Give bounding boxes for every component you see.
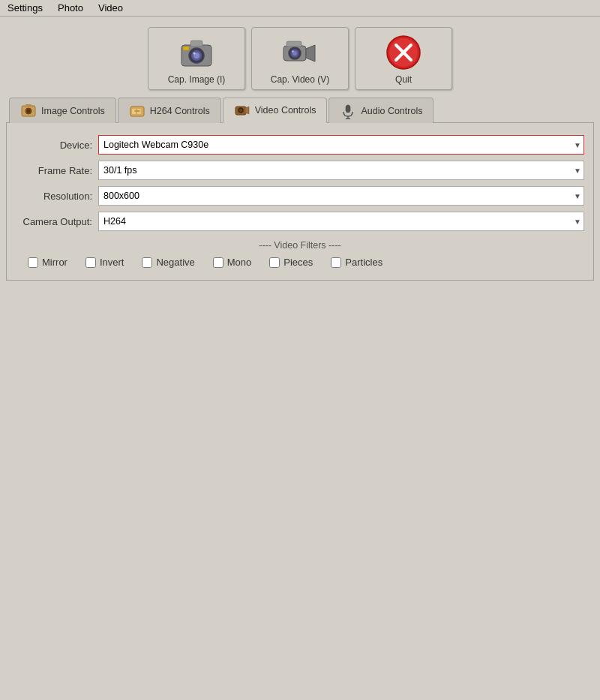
mirror-checkbox[interactable] (28, 257, 38, 268)
tab-audio-controls-label: Audio Controls (361, 106, 422, 116)
invert-label[interactable]: Invert (100, 257, 124, 268)
invert-checkbox[interactable] (86, 257, 96, 268)
svg-rect-21 (26, 104, 32, 107)
filter-mono[interactable]: Mono (213, 257, 252, 268)
resolution-row: Resolution: 800x600 640x480 1280x720 ▼ (16, 186, 584, 206)
device-select-wrapper: Logitech Webcam C930e ▼ (98, 135, 584, 155)
menu-photo[interactable]: Photo (53, 2, 88, 14)
menubar: Settings Photo Video (0, 0, 600, 17)
svg-rect-6 (183, 47, 189, 50)
tab-h264-controls-label: H264 Controls (150, 106, 210, 116)
content-panel: Device: Logitech Webcam C930e ▼ Frame Ra… (6, 122, 594, 281)
svg-point-4 (194, 53, 196, 55)
audio-controls-tab-icon (340, 103, 356, 119)
camera-output-select[interactable]: H264 MJPG YUY2 (98, 212, 584, 231)
svg-rect-13 (286, 41, 302, 47)
filters-row: Mirror Invert Negative Mono Pieces Parti (16, 257, 584, 268)
camera-image-icon (176, 32, 217, 73)
negative-checkbox[interactable] (142, 257, 152, 268)
device-select[interactable]: Logitech Webcam C930e (98, 135, 584, 155)
resolution-select-wrapper: 800x600 640x480 1280x720 ▼ (98, 186, 584, 206)
main-container: Cap. Image (I) Cap. Video (0, 17, 600, 287)
resolution-select[interactable]: 800x600 640x480 1280x720 (98, 186, 584, 206)
particles-label[interactable]: Particles (345, 257, 382, 268)
cap-image-button[interactable]: Cap. Image (I) (148, 27, 245, 90)
framerate-select-wrapper: 30/1 fps 15/1 fps 10/1 fps ▼ (98, 161, 584, 180)
tab-video-controls-label: Video Controls (255, 105, 316, 116)
menu-settings[interactable]: Settings (3, 2, 47, 14)
quit-label: Quit (395, 74, 412, 85)
tab-h264-controls[interactable]: H264 Controls (118, 98, 221, 123)
camera-output-row: Camera Output: H264 MJPG YUY2 ▼ (16, 212, 584, 231)
filter-pieces[interactable]: Pieces (269, 257, 313, 268)
pieces-checkbox[interactable] (269, 257, 280, 268)
camera-video-icon (280, 32, 320, 73)
svg-point-28 (239, 109, 242, 112)
video-filters-header: ---- Video Filters ---- (16, 240, 584, 251)
cap-video-button[interactable]: Cap. Video (V) (251, 27, 349, 90)
quit-button[interactable]: Quit (355, 27, 452, 90)
device-row: Device: Logitech Webcam C930e ▼ (16, 135, 584, 155)
quit-icon (383, 32, 424, 73)
h264-controls-tab-icon (129, 103, 146, 119)
toolbar: Cap. Image (I) Cap. Video (6, 23, 594, 98)
negative-label[interactable]: Negative (156, 257, 194, 268)
camera-output-select-wrapper: H264 MJPG YUY2 ▼ (98, 212, 584, 231)
svg-rect-5 (190, 41, 202, 47)
filter-negative[interactable]: Negative (142, 257, 194, 268)
svg-marker-12 (306, 45, 315, 62)
mono-checkbox[interactable] (213, 257, 224, 268)
image-controls-tab-icon (20, 103, 37, 119)
tab-image-controls-label: Image Controls (41, 106, 105, 116)
particles-checkbox[interactable] (331, 257, 341, 268)
framerate-row: Frame Rate: 30/1 fps 15/1 fps 10/1 fps ▼ (16, 161, 584, 180)
svg-point-11 (292, 50, 293, 52)
svg-rect-30 (346, 105, 350, 113)
camera-output-label: Camera Output: (16, 216, 98, 227)
svg-marker-29 (245, 107, 249, 114)
tab-video-controls[interactable]: Video Controls (223, 98, 328, 123)
device-label: Device: (16, 140, 98, 151)
mirror-label[interactable]: Mirror (42, 257, 68, 268)
tabs: Image Controls H264 Controls Video Contr… (6, 98, 594, 123)
resolution-label: Resolution: (16, 191, 98, 202)
menu-video[interactable]: Video (94, 2, 128, 14)
video-controls-tab-icon (234, 102, 250, 119)
framerate-select[interactable]: 30/1 fps 15/1 fps 10/1 fps (98, 161, 584, 180)
svg-point-20 (27, 109, 31, 113)
mono-label[interactable]: Mono (227, 257, 252, 268)
framerate-label: Frame Rate: (16, 165, 98, 176)
filter-particles[interactable]: Particles (331, 257, 382, 268)
pieces-label[interactable]: Pieces (284, 257, 313, 268)
filter-invert[interactable]: Invert (86, 257, 124, 268)
filter-mirror[interactable]: Mirror (28, 257, 68, 268)
svg-rect-25 (134, 110, 140, 112)
cap-video-label: Cap. Video (V) (271, 74, 330, 85)
tab-image-controls[interactable]: Image Controls (9, 98, 116, 123)
cap-image-label: Cap. Image (I) (168, 74, 226, 85)
tab-audio-controls[interactable]: Audio Controls (328, 98, 434, 123)
